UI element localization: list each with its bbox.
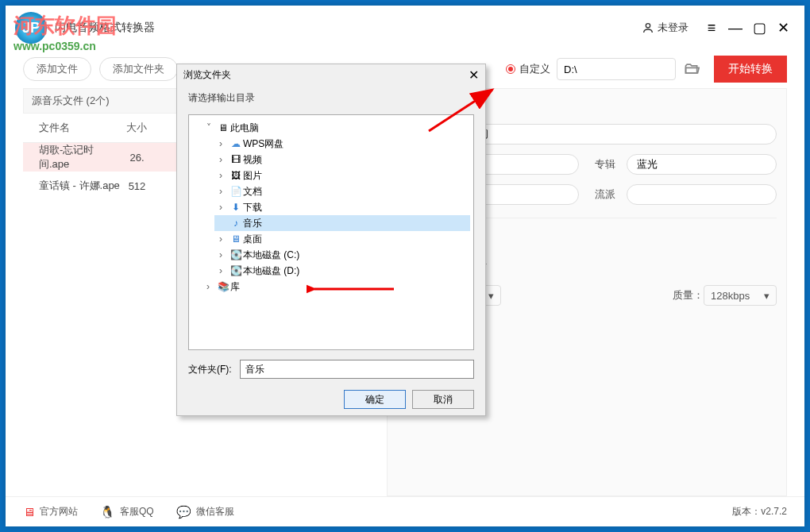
annotation-arrow xyxy=(307,281,402,305)
watermark-url: www.pc0359.cn xyxy=(14,40,117,52)
add-folder-button[interactable]: 添加文件夹 xyxy=(99,57,178,81)
col-filename: 文件名 xyxy=(23,114,123,143)
download-icon: ⬇ xyxy=(229,202,243,213)
minimize-button[interactable]: — xyxy=(723,16,747,40)
wechat-link[interactable]: 💬微信客服 xyxy=(176,505,234,519)
user-icon xyxy=(642,21,654,34)
custom-path-radio[interactable]: 自定义 xyxy=(506,62,550,76)
chevron-down-icon: ▾ xyxy=(488,290,494,302)
website-link[interactable]: 🖥官方网站 xyxy=(23,505,78,519)
id3-album-input[interactable] xyxy=(627,154,777,175)
folder-open-icon xyxy=(684,61,700,77)
cancel-button[interactable]: 取消 xyxy=(412,390,474,409)
dialog-title: 浏览文件夹 xyxy=(183,68,231,82)
quality-select[interactable]: 128kbps▾ xyxy=(704,285,777,306)
svg-point-0 xyxy=(646,24,650,28)
version-label: 版本：v2.7.2 xyxy=(732,505,787,519)
statusbar: 🖥官方网站 🐧客服QQ 💬微信客服 版本：v2.7.2 xyxy=(6,496,804,526)
folder-label: 文件夹(F): xyxy=(188,363,232,376)
annotation-arrow xyxy=(421,83,508,139)
tree-item[interactable]: ›🖼图片 xyxy=(214,168,470,183)
close-button[interactable]: ✕ xyxy=(771,16,795,40)
start-convert-button[interactable]: 开始转换 xyxy=(714,56,787,83)
tree-item[interactable]: ›💽本地磁盘 (D:) xyxy=(214,263,470,279)
ok-button[interactable]: 确定 xyxy=(344,390,406,409)
folder-tree[interactable]: ˅🖥此电脑 ›☁WPS网盘 ›🎞视频 ›🖼图片 ›📄文档 ›⬇下载 ♪音乐 ›🖥… xyxy=(188,114,474,350)
tree-item[interactable]: ›🖥桌面 xyxy=(214,231,470,247)
video-icon: 🎞 xyxy=(229,154,243,165)
desktop-icon: 🖥 xyxy=(229,233,243,245)
wechat-icon: 💬 xyxy=(176,505,191,519)
dialog-close-button[interactable]: ✕ xyxy=(469,67,479,83)
browse-folder-button[interactable] xyxy=(681,58,703,80)
qq-link[interactable]: 🐧客服QQ xyxy=(100,505,154,519)
computer-icon: 🖥 xyxy=(216,122,230,133)
maximize-button[interactable]: ▢ xyxy=(747,16,771,40)
music-icon: ♪ xyxy=(229,218,243,229)
cloud-icon: ☁ xyxy=(229,138,243,149)
menu-button[interactable]: ≡ xyxy=(700,16,723,40)
image-icon: 🖼 xyxy=(229,170,243,181)
tree-item[interactable]: ›⬇下载 xyxy=(214,199,470,215)
monitor-icon: 🖥 xyxy=(23,505,35,519)
chevron-down-icon: ▾ xyxy=(764,290,770,302)
col-size: 大小 xyxy=(123,114,151,143)
tree-item-selected[interactable]: ♪音乐 xyxy=(214,215,470,231)
qq-icon: 🐧 xyxy=(100,505,115,519)
add-file-button[interactable]: 添加文件 xyxy=(23,57,91,81)
watermark: 河东软件园 www.pc0359.cn xyxy=(14,12,117,52)
library-icon: 📚 xyxy=(216,281,230,292)
svg-line-3 xyxy=(429,90,492,131)
document-icon: 📄 xyxy=(229,186,243,197)
tree-item[interactable]: ›🎞视频 xyxy=(214,152,470,168)
output-path-input[interactable] xyxy=(557,58,676,80)
tree-item[interactable]: ›💽本地磁盘 (C:) xyxy=(214,247,470,263)
folder-name-input[interactable] xyxy=(240,360,474,379)
tree-item[interactable]: ›📄文档 xyxy=(214,183,470,199)
watermark-title: 河东软件园 xyxy=(14,13,117,37)
titlebar: JP 闪电音频格式转换器 未登录 ≡ — ▢ ✕ xyxy=(6,6,804,50)
disk-icon: 💽 xyxy=(229,249,243,260)
id3-genre-input[interactable] xyxy=(627,184,777,205)
login-link[interactable]: 未登录 xyxy=(642,21,688,35)
disk-icon: 💽 xyxy=(229,265,243,276)
